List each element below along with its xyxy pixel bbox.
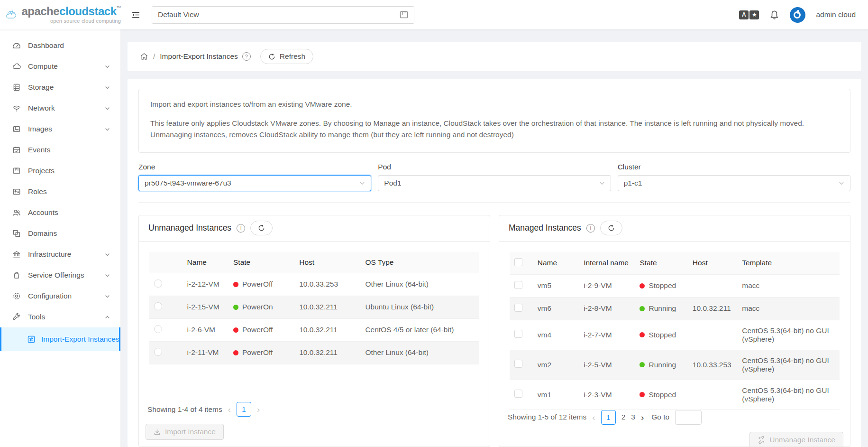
goto-page-input[interactable] — [675, 410, 702, 425]
cell-internal-name: i-2-3-VM — [579, 380, 635, 410]
row-radio[interactable] — [154, 325, 162, 333]
row-checkbox[interactable] — [514, 360, 522, 368]
table-row[interactable]: vm6 i-2-8-VM Running 10.0.32.211 macc — [510, 297, 840, 320]
table-row[interactable]: vm1 i-2-3-VM Stopped CentOS 5.3(64-bit) … — [510, 380, 840, 410]
next-page-icon[interactable]: › — [257, 405, 260, 414]
cell-name: i-2-6-VM — [183, 318, 228, 341]
cell-host: 10.0.33.253 — [294, 273, 360, 296]
next-page-icon[interactable]: › — [641, 413, 644, 422]
sidebar-item-storage[interactable]: Storage — [0, 77, 120, 98]
cell-name: vm6 — [533, 297, 579, 320]
cell-state: Stopped — [649, 391, 676, 399]
row-radio[interactable] — [154, 302, 162, 310]
sidebar-item-infrastructure[interactable]: Infrastructure — [0, 244, 120, 265]
sidebar-item-label: Dashboard — [28, 41, 64, 50]
table-row[interactable]: vm2 i-2-5-VM Running 10.0.33.253 CentOS … — [510, 350, 840, 380]
sidebar-item-import-export-instances[interactable]: Import-Export Instances — [0, 327, 120, 351]
managed-card-title: Managed Instances — [509, 223, 581, 233]
unmanaged-refresh-button[interactable] — [250, 221, 273, 235]
sidebar-item-accounts[interactable]: Accounts — [0, 202, 120, 223]
column-header-name: Name — [183, 252, 228, 273]
sidebar-item-compute[interactable]: Compute — [0, 56, 120, 77]
sidebar-item-images[interactable]: Images — [0, 119, 120, 140]
cell-host: 10.0.32.211 — [688, 297, 737, 320]
page-number-3[interactable]: 3 — [631, 413, 635, 421]
column-header-name: Name — [533, 252, 579, 275]
sidebar-item-configuration[interactable]: Configuration — [0, 286, 120, 307]
column-header-os-type: OS Type — [360, 252, 479, 273]
reload-icon — [268, 53, 275, 60]
shopping-bag-icon — [12, 271, 21, 279]
table-row[interactable]: i-2-6-VM PowerOff 10.0.32.211 CentOS 4/5… — [149, 318, 479, 341]
prev-page-icon[interactable]: ‹ — [592, 413, 595, 422]
user-name[interactable]: admin cloud — [816, 10, 856, 19]
page-number-1[interactable]: 1 — [601, 410, 616, 425]
project-icon — [12, 167, 21, 175]
status-dot-icon — [233, 282, 238, 287]
chevron-down-icon — [105, 106, 110, 111]
import-instance-button[interactable]: Import Instance — [146, 424, 224, 440]
breadcrumb-page-title: Import-Export Instances — [160, 52, 238, 61]
zone-select-value: pr5075-t943-vmware-67u3 — [145, 179, 231, 187]
status-dot-icon — [640, 332, 645, 337]
chevron-up-icon — [105, 315, 110, 320]
zone-select[interactable]: pr5075-t943-vmware-67u3 — [138, 175, 371, 191]
import-icon — [154, 428, 161, 436]
cloud-monkey-icon — [6, 4, 18, 25]
status-dot-icon — [233, 327, 238, 333]
sidebar-collapse-icon[interactable] — [131, 10, 140, 19]
cell-state: PowerOff — [242, 348, 273, 357]
sidebar-item-tools[interactable]: Tools — [0, 307, 120, 327]
info-icon[interactable]: i — [586, 224, 595, 233]
help-icon[interactable]: ? — [242, 52, 251, 61]
sidebar-item-domains[interactable]: Domains — [0, 223, 120, 244]
row-radio[interactable] — [154, 279, 162, 288]
cell-host: 10.0.32.211 — [294, 318, 360, 341]
sidebar-item-label: Configuration — [28, 292, 72, 300]
sidebar-item-dashboard[interactable]: Dashboard — [0, 35, 120, 56]
sidebar-item-service-offerings[interactable]: Service Offerings — [0, 265, 120, 286]
app-window: apachecloudstack™ open source cloud comp… — [0, 0, 868, 447]
idcard-icon — [12, 187, 21, 196]
user-avatar[interactable] — [790, 7, 805, 23]
managed-pagination: Showing 1-5 of 12 items ‹ 1 2 3 › Go to — [506, 410, 843, 425]
row-radio[interactable] — [154, 348, 162, 356]
sidebar-item-label: Tools — [28, 313, 45, 321]
unmanage-instance-button[interactable]: Unmanage Instance — [749, 432, 843, 447]
refresh-button[interactable]: Refresh — [260, 49, 313, 64]
sidebar-item-events[interactable]: Events — [0, 140, 120, 160]
table-row[interactable]: i-2-12-VM PowerOff 10.0.33.253 Other Lin… — [149, 273, 479, 296]
translate-icon[interactable]: A ★ — [739, 10, 759, 19]
sidebar-item-roles[interactable]: Roles — [0, 181, 120, 202]
cell-os: Other Linux (64-bit) — [360, 341, 479, 364]
select-all-checkbox[interactable] — [514, 258, 522, 266]
view-select[interactable]: Default View — [152, 6, 414, 24]
table-row[interactable]: i-2-15-VM PowerOn 10.0.32.211 Ubuntu Lin… — [149, 296, 479, 318]
chevron-down-icon — [105, 294, 110, 299]
managed-refresh-button[interactable] — [600, 221, 622, 235]
table-row[interactable]: i-2-11-VM PowerOff 10.0.32.211 Other Lin… — [149, 341, 479, 364]
table-row[interactable]: vm5 i-2-9-VM Stopped macc — [510, 274, 840, 297]
sidebar-item-network[interactable]: Network — [0, 98, 120, 119]
row-checkbox[interactable] — [514, 281, 522, 289]
cloudstack-logo: apachecloudstack™ open source cloud comp… — [0, 4, 121, 25]
status-dot-icon — [640, 283, 645, 289]
column-header-internal-name: Internal name — [579, 252, 635, 275]
page-number-1[interactable]: 1 — [237, 402, 251, 417]
cluster-select[interactable]: p1-c1 — [618, 175, 850, 191]
row-checkbox[interactable] — [514, 390, 522, 398]
row-checkbox[interactable] — [514, 330, 522, 338]
cell-name: vm5 — [533, 274, 579, 297]
view-layout-icon — [400, 11, 408, 19]
notifications-bell-icon[interactable] — [769, 10, 779, 20]
home-icon[interactable] — [140, 52, 148, 61]
pod-select[interactable]: Pod1 — [378, 175, 611, 191]
row-checkbox[interactable] — [514, 304, 522, 312]
prev-page-icon[interactable]: ‹ — [228, 405, 231, 414]
page-number-2[interactable]: 2 — [621, 413, 626, 421]
table-row[interactable]: vm4 i-2-7-VM Stopped CentOS 5.3(64-bit) … — [510, 320, 840, 350]
info-icon[interactable]: i — [237, 224, 245, 233]
cell-template: macc — [737, 297, 840, 320]
cell-host: 10.0.33.253 — [688, 350, 737, 380]
sidebar-item-projects[interactable]: Projects — [0, 160, 120, 181]
